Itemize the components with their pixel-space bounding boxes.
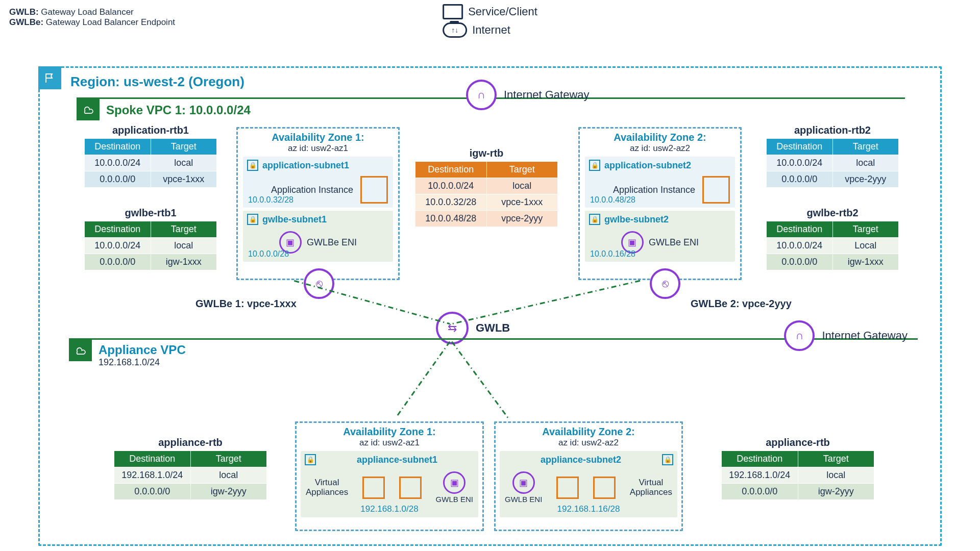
igw-appliance: ∩ Internet Gateway <box>784 320 908 351</box>
appliance-rtb-left: appliance-rtb DestinationTarget 192.168.… <box>114 437 267 500</box>
rtb-table: DestinationTarget 10.0.0.0/24local 0.0.0… <box>84 221 217 270</box>
rtb-table: DestinationTarget 10.0.0.0/24Local 0.0.0… <box>766 221 899 270</box>
region-title: Region: us-west-2 (Oregon) <box>70 74 244 90</box>
application-rtb1: application-rtb1 DestinationTarget 10.0.… <box>84 124 217 188</box>
az-title: Availability Zone 2: <box>496 423 681 438</box>
virtual-appliances-label: Virtual Appliances <box>306 478 348 497</box>
az-sub: az id: usw2-az2 <box>580 143 740 154</box>
appliance-icon <box>556 477 579 499</box>
appliance-subnet2: appliance-subnet2🔒 ▣ GWLB ENI Virtual Ap… <box>500 451 677 517</box>
az-sub: az id: usw2-az1 <box>297 438 482 448</box>
rtb-title: appliance-rtb <box>721 437 874 448</box>
top-center: Service/Client ↑↓ Internet <box>443 4 537 41</box>
rtb-title: gwlbe-rtb1 <box>84 207 217 219</box>
eni-label: GWLB ENI <box>505 495 542 504</box>
instance-label: Application Instance <box>271 185 353 195</box>
rtb-table: DestinationTarget 10.0.0.0/24local 0.0.0… <box>766 138 899 188</box>
rtb-title: application-rtb1 <box>84 124 217 136</box>
subnet-cidr: 10.0.0.16/28 <box>590 249 635 259</box>
rtb-title: appliance-rtb <box>114 437 267 448</box>
gwlbe-rtb1: gwlbe-rtb1 DestinationTarget 10.0.0.0/24… <box>84 207 217 270</box>
subnet-name: application-subnet2 <box>604 160 691 171</box>
glossary: GWLB: Gateway Load Balancer GWLBe: Gatew… <box>9 7 175 28</box>
gwlbe-val: Gateway Load Balancer Endpoint <box>46 17 175 27</box>
az-title: Availability Zone 1: <box>238 129 398 143</box>
appliance-vpc: Appliance VPC 192.168.1.0/24 ∩ Internet … <box>70 338 918 537</box>
padlock-icon: 🔒 <box>589 214 600 225</box>
igw-icon: ∩ <box>784 320 815 351</box>
gwlb-val: Gateway Load Balancer <box>41 7 133 17</box>
rtb-title: igw-rtb <box>415 147 558 159</box>
rtb-table: DestinationTarget 192.168.1.0/24local 0.… <box>721 450 874 500</box>
flag-icon <box>38 66 61 89</box>
gwlbe-2-icon: ⎋ <box>650 268 680 299</box>
region-container: Region: us-west-2 (Oregon) Spoke VPC 1: … <box>38 66 942 546</box>
gwlbe-1-caption: GWLBe 1: vpce-1xxx <box>195 298 297 310</box>
subnet-cidr: 10.0.0.48/28 <box>590 195 635 205</box>
appliance-vpc-cidr: 192.168.1.0/24 <box>99 357 160 368</box>
eni-icon: ▣ <box>443 471 465 494</box>
igw-icon: ∩ <box>466 80 497 110</box>
rtb-title: gwlbe-rtb2 <box>766 207 899 219</box>
subnet-name: gwlbe-subnet1 <box>262 214 327 225</box>
monitor-icon <box>443 4 463 19</box>
appliance-vpc-title: Appliance VPC <box>99 343 186 357</box>
spoke-vpc-title: Spoke VPC 1: 10.0.0.0/24 <box>106 103 251 117</box>
virtual-appliances-label: Virtual Appliances <box>630 478 672 497</box>
vpc-icon <box>77 97 100 120</box>
eni-label: GWLBe ENI <box>649 237 699 248</box>
application-rtb2: application-rtb2 DestinationTarget 10.0.… <box>766 124 899 188</box>
ec2-icon <box>360 176 388 204</box>
subnet-name: application-subnet1 <box>262 160 349 171</box>
subnet-name: appliance-subnet2 <box>504 455 658 465</box>
gwlbe-rtb2: gwlbe-rtb2 DestinationTarget 10.0.0.0/24… <box>766 207 899 270</box>
igw-spoke: ∩ Internet Gateway <box>466 80 590 110</box>
appliance-icon <box>593 477 616 499</box>
appliance-az1: Availability Zone 1: az id: usw2-az1 🔒ap… <box>295 421 484 531</box>
padlock-icon: 🔒 <box>662 454 673 465</box>
application-subnet2: 🔒application-subnet2 Application Instanc… <box>585 157 735 208</box>
instance-label: Application Instance <box>613 185 695 195</box>
subnet-cidr: 10.0.0.32/28 <box>248 195 293 205</box>
padlock-icon: 🔒 <box>247 160 258 171</box>
padlock-icon: 🔒 <box>589 160 600 171</box>
internet-label: Internet <box>472 23 510 37</box>
gwlbe-subnet1: 🔒gwlbe-subnet1 ▣GWLBe ENI 10.0.0.0/28 <box>243 211 393 262</box>
gwlbe-key: GWLBe: <box>9 17 43 27</box>
eni-label: GWLB ENI <box>436 495 473 504</box>
rtb-table: DestinationTarget 10.0.0.0/24local 0.0.0… <box>84 138 217 188</box>
az-sub: az id: usw2-az1 <box>238 143 398 154</box>
gwlb-label: GWLB <box>476 321 510 335</box>
appliance-rtb-right: appliance-rtb DestinationTarget 192.168.… <box>721 437 874 500</box>
application-subnet1: 🔒application-subnet1 Application Instanc… <box>243 157 393 208</box>
padlock-icon: 🔒 <box>247 214 258 225</box>
subnet-cidr: 192.168.1.16/28 <box>500 504 677 514</box>
az-sub: az id: usw2-az2 <box>496 438 681 448</box>
cloud-icon: ↑↓ <box>443 22 467 38</box>
spoke-vpc: Spoke VPC 1: 10.0.0.0/24 ∩ Internet Gate… <box>78 97 905 285</box>
eni-label: GWLBe ENI <box>307 237 357 248</box>
rtb-table: DestinationTarget 192.168.1.0/24local 0.… <box>114 450 267 500</box>
eni-icon: ▣ <box>512 471 535 494</box>
az-title: Availability Zone 1: <box>297 423 482 438</box>
gwlb-key: GWLB: <box>9 7 39 17</box>
spoke-az1: Availability Zone 1: az id: usw2-az1 🔒ap… <box>236 127 400 280</box>
subnet-name: gwlbe-subnet2 <box>604 214 669 225</box>
vpc-icon <box>69 338 92 361</box>
az-title: Availability Zone 2: <box>580 129 740 143</box>
gwlbe-subnet2: 🔒gwlbe-subnet2 ▣GWLBe ENI 10.0.0.16/28 <box>585 211 735 262</box>
rtb-table: DestinationTarget 10.0.0.0/24local 10.0.… <box>415 161 558 227</box>
padlock-icon: 🔒 <box>305 454 316 465</box>
appliance-az2: Availability Zone 2: az id: usw2-az2 app… <box>494 421 683 531</box>
igw-rtb: igw-rtb DestinationTarget 10.0.0.0/24loc… <box>415 147 558 227</box>
appliance-icon <box>399 477 422 499</box>
gwlbe-1-icon: ⎋ <box>304 268 334 299</box>
rtb-title: application-rtb2 <box>766 124 899 136</box>
subnet-name: appliance-subnet1 <box>320 455 474 465</box>
appliance-icon <box>362 477 385 499</box>
gwlbe-2-caption: GWLBe 2: vpce-2yyy <box>691 298 792 310</box>
igw-label: Internet Gateway <box>822 329 908 342</box>
spoke-az2: Availability Zone 2: az id: usw2-az2 🔒ap… <box>578 127 742 280</box>
service-client-label: Service/Client <box>468 5 537 18</box>
igw-label: Internet Gateway <box>504 88 590 102</box>
